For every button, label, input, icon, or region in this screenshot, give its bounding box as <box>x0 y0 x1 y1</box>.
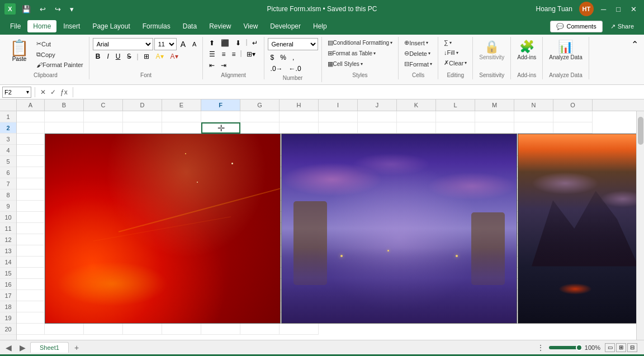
cell-n2[interactable] <box>514 122 553 134</box>
conditional-formatting-btn[interactable]: ▤ Conditional Formatting ▾ <box>325 38 395 48</box>
cell-a5[interactable] <box>17 156 45 167</box>
row-num-1[interactable]: 1 <box>0 111 16 122</box>
cell-h20[interactable] <box>280 324 319 335</box>
row-num-19[interactable]: 19 <box>0 312 16 324</box>
row-num-2[interactable]: 2 <box>0 122 16 134</box>
row-num-9[interactable]: 9 <box>0 201 16 212</box>
cell-h2[interactable] <box>280 122 319 134</box>
page-layout-btn[interactable]: ⊞ <box>616 343 626 352</box>
cell-styles-btn[interactable]: ▦ Cell Styles ▾ <box>325 59 365 69</box>
cell-i2[interactable] <box>319 122 358 134</box>
row-num-4[interactable]: 4 <box>0 145 16 156</box>
col-header-h[interactable]: H <box>280 99 319 111</box>
cell-g20[interactable] <box>240 324 280 335</box>
row-num-3[interactable]: 3 <box>0 134 16 145</box>
wrap-text-btn[interactable]: ↵ <box>249 38 261 48</box>
redo-quick-btn[interactable]: ↪ <box>52 4 64 15</box>
cell-i1[interactable] <box>319 111 358 122</box>
cell-a12[interactable] <box>17 234 45 245</box>
confirm-formula-btn[interactable]: ✓ <box>49 88 58 97</box>
col-header-e[interactable]: E <box>162 99 201 111</box>
delete-btn[interactable]: ⊖ Delete ▾ <box>402 49 434 58</box>
cell-f1[interactable] <box>201 111 240 122</box>
comments-btn[interactable]: 💬 Comments <box>550 21 602 32</box>
menu-data[interactable]: Data <box>177 20 202 32</box>
cell-a20[interactable] <box>17 324 45 335</box>
percent-btn[interactable]: % <box>277 53 289 63</box>
increase-indent-btn[interactable]: ⇥ <box>218 60 229 70</box>
row-num-20[interactable]: 20 <box>0 324 16 335</box>
merge-center-btn[interactable]: ⊞▾ <box>244 49 258 59</box>
collapse-ribbon-btn[interactable]: ⌃ <box>628 37 642 52</box>
cell-o2[interactable] <box>553 122 593 134</box>
format-as-table-btn[interactable]: ⊞ Format as Table ▾ <box>325 49 378 58</box>
cell-c2[interactable] <box>84 122 123 134</box>
cell-b1[interactable] <box>45 111 84 122</box>
align-left-btn[interactable]: ☰ <box>206 49 218 59</box>
cell-a4[interactable] <box>17 145 45 156</box>
add-sheet-btn[interactable]: + <box>70 342 83 353</box>
maximize-btn[interactable]: □ <box>613 4 623 15</box>
row-num-10[interactable]: 10 <box>0 212 16 223</box>
zoom-slider[interactable] <box>549 346 583 349</box>
col-header-f[interactable]: F <box>201 99 240 111</box>
row-num-8[interactable]: 8 <box>0 189 16 201</box>
prev-sheet-btn[interactable]: ◀ <box>2 342 15 353</box>
cell-a1[interactable] <box>17 111 45 122</box>
cell-h1[interactable] <box>280 111 319 122</box>
minimize-btn[interactable]: ─ <box>598 4 609 15</box>
cell-a9[interactable] <box>17 201 45 212</box>
addins-btn[interactable]: 🧩 Add-ins <box>514 38 539 62</box>
cell-g1[interactable] <box>240 111 280 122</box>
customize-quick-btn[interactable]: ▾ <box>67 4 77 15</box>
page-break-btn[interactable]: ⊟ <box>627 343 637 352</box>
col-header-j[interactable]: J <box>358 99 397 111</box>
align-top-btn[interactable]: ⬆ <box>206 38 217 48</box>
autosum-btn[interactable]: ∑ ▾ <box>442 38 469 47</box>
cell-e1[interactable] <box>162 111 201 122</box>
cell-k2[interactable] <box>397 122 436 134</box>
align-middle-btn[interactable]: ⬛ <box>218 38 232 48</box>
strikethrough-btn[interactable]: S̶ <box>124 51 134 61</box>
col-header-o[interactable]: O <box>553 99 593 111</box>
align-bottom-btn[interactable]: ⬇ <box>233 38 244 48</box>
cell-a7[interactable] <box>17 178 45 189</box>
cell-a14[interactable] <box>17 257 45 268</box>
menu-view[interactable]: View <box>238 20 264 32</box>
cell-o1[interactable] <box>553 111 593 122</box>
insert-btn[interactable]: ⊕ Insert ▾ <box>402 38 434 48</box>
row-num-16[interactable]: 16 <box>0 279 16 290</box>
cell-a16[interactable] <box>17 279 45 290</box>
cell-a10[interactable] <box>17 212 45 223</box>
row-num-17[interactable]: 17 <box>0 290 16 301</box>
cell-d2[interactable] <box>123 122 162 134</box>
align-right-btn[interactable]: ≡ <box>229 49 238 59</box>
undo-quick-btn[interactable]: ↩ <box>37 4 49 15</box>
cell-b20[interactable] <box>45 324 84 335</box>
cell-j1[interactable] <box>358 111 397 122</box>
font-name-select[interactable]: Arial <box>93 38 153 50</box>
fill-btn[interactable]: ↓ Fill ▾ <box>442 48 469 57</box>
sensitivity-btn[interactable]: 🔒 Sensitivity <box>476 38 507 62</box>
cell-f2[interactable]: ✛ <box>201 122 240 134</box>
cell-a18[interactable] <box>17 301 45 312</box>
format-painter-btn[interactable]: 🖌 Format Painter <box>34 60 86 69</box>
cut-btn[interactable]: ✂ Cut <box>34 39 86 49</box>
vertical-scrollbar[interactable] <box>636 111 644 340</box>
decrease-indent-btn[interactable]: ⇤ <box>206 60 217 70</box>
cell-d20[interactable] <box>123 324 162 335</box>
increase-decimal-btn[interactable]: ←.0 <box>286 64 304 74</box>
options-btn[interactable]: ⋮ <box>537 343 544 352</box>
cell-g2[interactable] <box>240 122 280 134</box>
cell-c1[interactable] <box>84 111 123 122</box>
menu-page-layout[interactable]: Page Layout <box>87 20 135 32</box>
row-num-7[interactable]: 7 <box>0 178 16 189</box>
cell-j2[interactable] <box>358 122 397 134</box>
row-num-12[interactable]: 12 <box>0 234 16 245</box>
col-header-g[interactable]: G <box>240 99 280 111</box>
row-num-15[interactable]: 15 <box>0 268 16 279</box>
row-num-13[interactable]: 13 <box>0 245 16 257</box>
cell-a17[interactable] <box>17 290 45 301</box>
underline-btn[interactable]: U <box>113 51 124 61</box>
scroll-thumb[interactable] <box>638 117 643 145</box>
